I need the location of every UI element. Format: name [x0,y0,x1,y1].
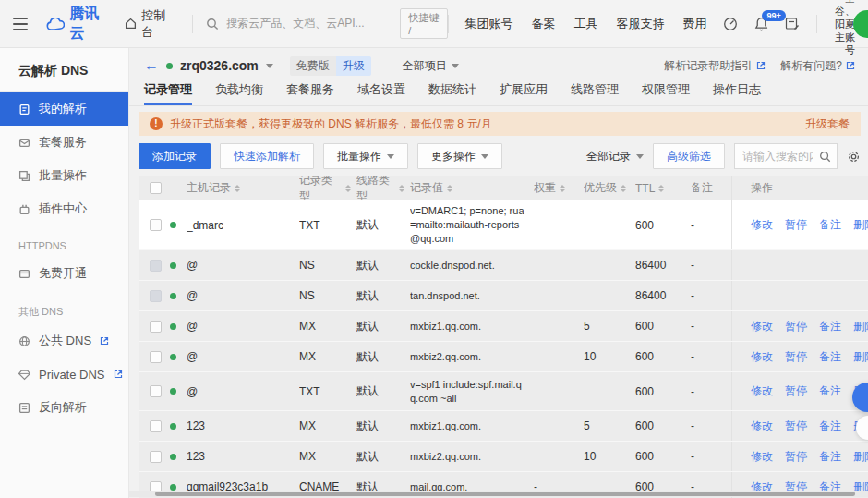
plugin-icon [18,203,30,215]
action-modify-link[interactable]: 修改 [751,449,773,465]
sort-icon[interactable] [658,185,664,192]
row-checkbox[interactable] [150,385,162,397]
sort-icon[interactable] [399,185,404,192]
sidebar-item[interactable]: Private DNS [0,358,128,391]
action-pause-link[interactable]: 暂停 [785,383,807,399]
chevron-down-icon[interactable] [266,64,273,68]
tab-3[interactable]: 域名设置 [357,81,405,105]
action-pause-link[interactable]: 暂停 [785,319,807,334]
row-checkbox[interactable] [150,420,162,432]
topbar-nav-item[interactable]: 费用 [682,16,706,32]
back-arrow-icon[interactable]: ← [144,58,159,73]
record-search-input[interactable] [735,150,813,163]
list-icon [18,402,30,414]
tab-4[interactable]: 数据统计 [428,81,476,105]
action-pause-link[interactable]: 暂停 [785,449,807,465]
action-delete-link[interactable]: 删除 [853,319,868,334]
sidebar-item[interactable]: 反向解析 [0,391,128,424]
sort-icon[interactable] [560,185,565,192]
col-header[interactable]: 主机记录 [187,176,299,200]
global-search[interactable]: 搜索云产品、文档、云API... [206,16,400,31]
action-pause-link[interactable]: 暂停 [785,217,807,233]
plan-badge[interactable]: 免费版 升级 [290,56,371,76]
type-cell: MX [299,411,356,441]
avatar[interactable] [853,10,868,38]
tab-1[interactable]: 负载均衡 [215,81,263,105]
tab-8[interactable]: 操作日志 [713,81,761,105]
advanced-filter-button[interactable]: 高级筛选 [653,143,725,169]
console-home-link[interactable]: 控制台 [125,7,170,41]
col-header[interactable]: 记录类型 [299,176,356,200]
topbar-nav-item[interactable]: 集团账号 [464,16,512,32]
sidebar-item[interactable]: 插件中心 [0,192,128,225]
sidebar-item[interactable]: 免费开通 [0,257,128,290]
action-remark-link[interactable]: 备注 [819,419,841,434]
tab-0[interactable]: 记录管理 [144,81,192,105]
tab-6[interactable]: 线路管理 [571,81,619,105]
batch-ops-button[interactable]: 批量操作 [323,143,408,169]
col-header[interactable]: 记录值 [410,176,534,200]
row-checkbox[interactable] [150,351,162,363]
project-filter[interactable]: 全部项目 [403,58,459,74]
gauge-icon[interactable] [723,17,738,31]
search-icon[interactable] [819,151,831,163]
topbar-nav-item[interactable]: 工具 [573,16,597,32]
table-row: @ TXT 默认 v=spf1 include:spf.mail.qq.com … [139,372,868,411]
action-modify-link[interactable]: 修改 [751,349,773,365]
help-link[interactable]: 解析有问题? [780,58,855,74]
hamburger-menu-icon[interactable] [13,18,28,30]
sidebar-item[interactable]: 我的解析 [0,92,128,126]
sidebar-item[interactable]: 批量操作 [0,159,128,192]
topbar-nav-item[interactable]: 客服支持 [616,16,664,32]
action-remark-link[interactable]: 备注 [819,349,841,365]
sort-icon[interactable] [345,185,351,192]
action-remark-link[interactable]: 备注 [819,319,841,334]
tab-5[interactable]: 扩展应用 [500,81,548,105]
action-remark-link[interactable]: 备注 [819,449,841,465]
row-checkbox[interactable] [150,451,162,463]
col-header[interactable]: 线路类型 [356,176,410,200]
tab-2[interactable]: 套餐服务 [286,81,334,105]
table-settings-gear-icon[interactable] [847,150,861,164]
action-pause-link[interactable]: 暂停 [785,419,807,434]
sidebar-item[interactable]: 公共 DNS [0,324,128,358]
add-record-button[interactable]: 添加记录 [139,143,211,169]
copy-icon [18,170,30,182]
ticket-icon[interactable] [785,17,800,30]
plan-upgrade-link[interactable]: 升级 [336,56,371,76]
action-remark-link[interactable]: 备注 [819,217,841,233]
notification-bell-icon[interactable]: 99+ [754,17,768,31]
hscroll-thumb[interactable] [155,492,855,496]
tab-7[interactable]: 权限管理 [642,81,690,105]
tencent-cloud-logo[interactable]: 腾讯云 [46,5,105,43]
action-delete-link[interactable]: 删除 [853,449,868,465]
action-delete-link[interactable]: 删除 [853,349,868,365]
action-remark-link[interactable]: 备注 [819,383,841,399]
row-checkbox[interactable] [150,219,162,231]
action-modify-link[interactable]: 修改 [751,419,773,434]
actions-cell: 修改暂停备注删除 [731,311,868,341]
col-header[interactable]: 优先级 [584,176,635,200]
quick-add-button[interactable]: 快速添加解析 [220,143,314,169]
action-pause-link[interactable]: 暂停 [785,349,807,365]
col-header[interactable]: TTL [635,176,691,200]
record-filter-dropdown[interactable]: 全部记录 [586,149,644,164]
action-modify-link[interactable]: 修改 [751,217,773,233]
remark-cell: - [691,442,731,471]
topbar-nav-item[interactable]: 备案 [531,16,555,32]
action-delete-link[interactable]: 删除 [853,217,868,233]
select-all-checkbox[interactable] [150,182,162,194]
action-modify-link[interactable]: 修改 [751,319,773,334]
row-checkbox[interactable] [150,321,162,333]
shortcut-hint[interactable]: 快捷键 / [400,8,448,39]
sidebar-item[interactable]: 套餐服务 [0,126,128,159]
sort-icon[interactable] [447,185,452,192]
action-modify-link[interactable]: 修改 [751,383,773,399]
help-link[interactable]: 解析记录帮助指引 [664,58,766,74]
sort-icon[interactable] [621,185,626,192]
more-ops-button[interactable]: 更多操作 [417,143,502,169]
sort-icon[interactable] [235,185,240,192]
domain-name[interactable]: zrq0326.com [180,58,259,73]
upgrade-plan-link[interactable]: 升级套餐 [805,116,850,132]
col-header[interactable]: 权重 [534,176,584,200]
